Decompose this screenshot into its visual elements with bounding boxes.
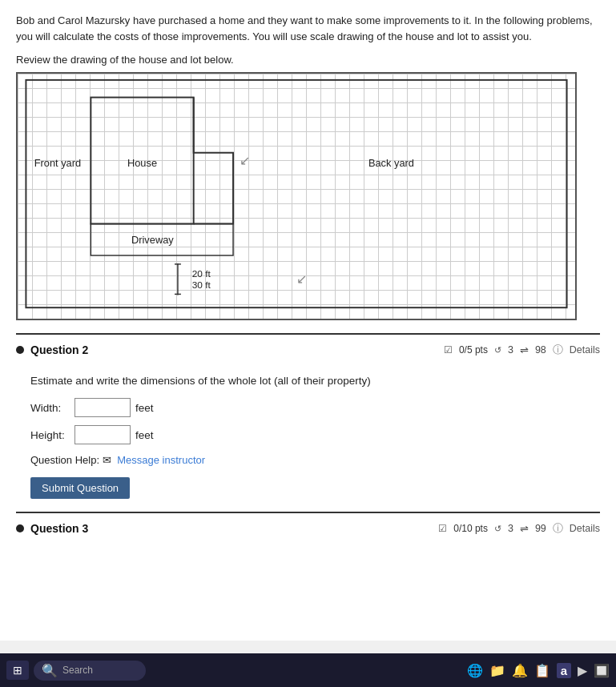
taskbar-app2-icon[interactable]: 📁: [489, 663, 505, 678]
review-label: Review the drawing of the house and lot …: [16, 54, 600, 66]
question3-dot: [16, 524, 24, 532]
width-input[interactable]: [74, 398, 131, 417]
dim-20ft: 20 ft: [192, 268, 211, 279]
question2-instruction: Estimate and write the dimensions of the…: [30, 375, 600, 387]
svg-text:↙: ↙: [240, 154, 250, 167]
q3-edit-icon: ☑: [438, 523, 447, 534]
taskbar-settings-icon[interactable]: ▶: [578, 663, 587, 678]
height-unit: feet: [135, 429, 154, 441]
backyard-label: Back yard: [368, 157, 414, 169]
help-label: Question Help:: [30, 454, 99, 466]
width-row: Width: feet: [30, 398, 600, 417]
question2-header: Question 2 ☑ 0/5 pts ↺ 3 ⇌ 98 ⓘ Details: [16, 333, 600, 365]
question3-attempts: 99: [535, 523, 546, 534]
question3-retries: 3: [508, 523, 513, 534]
taskbar-search-label: Search: [62, 665, 93, 676]
taskbar-misc-icon[interactable]: 🔲: [594, 663, 610, 678]
width-label: Width:: [30, 402, 74, 414]
house-lot-drawing: Front yard House Back yard Driveway 20 f…: [18, 74, 575, 319]
height-label: Height:: [30, 429, 74, 441]
question3-label: Question 3: [16, 522, 88, 535]
question3-details-link[interactable]: Details: [570, 523, 600, 534]
question3-header: Question 3 ☑ 0/10 pts ↺ 3 ⇌ 99 ⓘ Details: [16, 512, 600, 544]
q3-info-icon[interactable]: ⓘ: [553, 521, 563, 536]
taskbar-app3-icon[interactable]: 🔔: [512, 663, 528, 678]
question3-title: Question 3: [30, 522, 88, 535]
submit-question-button[interactable]: Submit Question: [30, 477, 130, 499]
message-instructor-link[interactable]: Message instructor: [117, 454, 205, 466]
retry-icon: ↺: [494, 345, 501, 356]
width-unit: feet: [135, 402, 154, 414]
height-input[interactable]: [74, 425, 131, 444]
question3-meta: ☑ 0/10 pts ↺ 3 ⇌ 99 ⓘ Details: [438, 521, 600, 536]
front-yard-label: Front yard: [34, 157, 81, 169]
q3-arrow-icon: ⇌: [520, 523, 529, 535]
driveway-label: Driveway: [131, 234, 174, 246]
edit-icon: ☑: [444, 344, 453, 356]
height-row: Height: feet: [30, 425, 600, 444]
question-help-row: Question Help: ✉ Message instructor: [30, 454, 600, 466]
question2-pts: 0/5 pts: [459, 344, 488, 356]
question2-meta: ☑ 0/5 pts ↺ 3 ⇌ 98 ⓘ Details: [444, 343, 600, 357]
q3-retry-icon: ↺: [494, 524, 501, 534]
taskbar-system-icons: 🌐 📁 🔔 📋 a ▶ 🔲: [467, 663, 610, 678]
question2-attempts: 98: [535, 344, 546, 356]
taskbar-app1-icon[interactable]: 🌐: [467, 663, 483, 678]
question2-dot: [16, 346, 24, 354]
arrow-icon: ⇌: [520, 344, 529, 356]
dim-30ft: 30 ft: [192, 279, 211, 291]
question2-label: Question 2: [16, 344, 88, 356]
main-content: Bob and Carol Mazursky have purchased a …: [0, 0, 616, 641]
info-icon[interactable]: ⓘ: [553, 343, 563, 357]
question3-pts: 0/10 pts: [453, 523, 488, 534]
windows-icon: ⊞: [13, 664, 22, 677]
taskbar-app4-icon[interactable]: 📋: [534, 663, 550, 678]
taskbar-search-icon: 🔍: [42, 663, 58, 678]
taskbar-search-box[interactable]: 🔍 Search: [34, 661, 146, 681]
question2-retries: 3: [508, 344, 513, 356]
intro-paragraph: Bob and Carol Mazursky have purchased a …: [16, 13, 600, 44]
question2-body: Estimate and write the dimensions of the…: [16, 365, 600, 505]
question2-details-link[interactable]: Details: [570, 344, 600, 356]
question2-title: Question 2: [30, 344, 88, 356]
svg-text:↙: ↙: [296, 272, 307, 286]
drawing-area: Front yard House Back yard Driveway 20 f…: [16, 72, 577, 320]
taskbar-a-icon: a: [557, 663, 571, 678]
house-label: House: [127, 157, 157, 169]
envelope-icon: ✉: [103, 454, 111, 466]
taskbar: ⊞ 🔍 Search 🌐 📁 🔔 📋 a ▶ 🔲: [0, 653, 616, 687]
start-button[interactable]: ⊞: [6, 661, 29, 680]
